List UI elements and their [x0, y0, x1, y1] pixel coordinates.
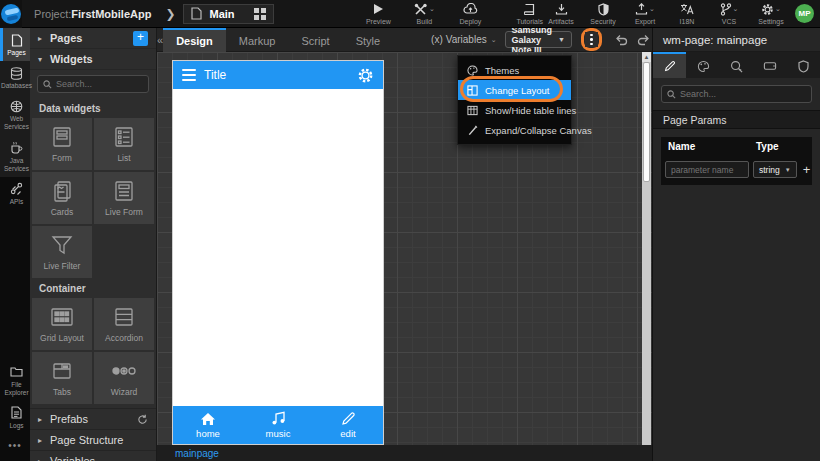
globe-icon — [10, 99, 23, 113]
grid-icon[interactable] — [254, 8, 266, 20]
deploy-button[interactable]: Deploy — [452, 2, 488, 25]
rail-item-databases[interactable]: Databases — [0, 61, 30, 94]
widget-tile-list[interactable]: List — [94, 118, 154, 170]
pencil-icon — [664, 60, 676, 72]
api-icon — [10, 182, 23, 196]
wavemaker-logo[interactable] — [0, 0, 22, 28]
music-icon — [271, 411, 286, 426]
palette-icon — [697, 60, 710, 73]
more-menu-button[interactable] — [585, 32, 598, 47]
tab-events[interactable] — [720, 52, 753, 78]
redo-icon[interactable] — [637, 34, 651, 46]
widget-tile-cards[interactable]: Cards — [32, 172, 92, 224]
add-page-button[interactable]: + — [133, 31, 148, 46]
rail-item-web-services[interactable]: Web Services — [0, 94, 30, 135]
tabbar-item-home[interactable]: home — [173, 406, 243, 444]
scroll-up-icon[interactable]: ▲ — [642, 52, 651, 62]
rail-item-logs[interactable]: Logs — [0, 401, 30, 434]
menu-item-table-lines[interactable]: Show/Hide table lines — [458, 100, 571, 120]
menu-item-change-layout[interactable]: Change Layout — [458, 80, 571, 100]
build-button[interactable]: ⌄ Build — [406, 2, 442, 25]
settings-button[interactable]: ⌄ Settings — [753, 2, 789, 25]
user-avatar[interactable]: MP — [795, 4, 814, 23]
rail-item-file-explorer[interactable]: File Explorer — [0, 360, 30, 401]
undo-icon[interactable] — [614, 34, 628, 46]
widget-tile-wizard[interactable]: Wizard — [94, 352, 154, 404]
widget-tile-accordion[interactable]: Accordion — [94, 298, 154, 350]
widgets-section-header[interactable]: ▾ Widgets — [30, 49, 156, 70]
tabbar-item-edit[interactable]: edit — [313, 406, 383, 444]
widget-tile-form[interactable]: Form — [32, 118, 92, 170]
param-type-select[interactable]: string ▼ — [753, 161, 797, 178]
page-icon — [191, 7, 202, 20]
cards-icon — [50, 179, 74, 203]
more-options-icon[interactable]: ••• — [0, 434, 30, 457]
security-button[interactable]: Security — [585, 2, 621, 25]
wizard-icon — [109, 359, 139, 383]
section-page-structure[interactable]: ▸ Page Structure — [30, 430, 156, 451]
page-selector[interactable]: Main — [183, 4, 274, 24]
chevron-down-icon: ⌄ — [429, 5, 435, 13]
add-param-button[interactable]: + — [803, 162, 811, 177]
phone-content[interactable] — [173, 89, 383, 406]
collapse-arrow-icon: ▸ — [38, 415, 50, 424]
tab-properties[interactable] — [653, 52, 686, 78]
phone-header[interactable]: Title — [173, 61, 383, 89]
widget-tile-live-form[interactable]: Live Form — [94, 172, 154, 224]
scrollbar-thumb[interactable] — [643, 62, 650, 182]
gear-icon: ⌄ — [761, 2, 781, 16]
i18n-button[interactable]: I18N — [669, 2, 705, 25]
section-variables[interactable]: ▸ Variables — [30, 451, 156, 461]
rail-item-java-services[interactable]: Java Services — [0, 136, 30, 177]
tabbar-item-music[interactable]: music — [243, 406, 313, 444]
vcs-button[interactable]: ⌄ VCS — [711, 2, 747, 25]
menu-item-themes[interactable]: Themes — [458, 60, 571, 80]
refresh-icon[interactable] — [137, 414, 148, 425]
tab-styles[interactable] — [686, 52, 719, 78]
rail-item-pages[interactable]: Pages — [0, 28, 30, 61]
rail-item-apis[interactable]: APIs — [0, 177, 30, 210]
list-icon — [112, 125, 136, 149]
tabs-icon — [50, 359, 74, 383]
widget-tile-grid-layout[interactable]: Grid Layout — [32, 298, 92, 350]
accordion-icon — [112, 305, 136, 329]
tab-markup[interactable]: Markup — [226, 28, 289, 52]
play-icon — [373, 2, 384, 16]
cloud-upload-icon — [463, 2, 478, 16]
group-title-data-widgets: Data widgets — [30, 98, 156, 118]
search-x-icon — [730, 60, 743, 73]
page-tab-mainpage[interactable]: mainpage — [175, 448, 219, 459]
variables-dropdown[interactable]: (x) Variables ⌄ — [431, 34, 497, 45]
widget-tile-live-filter[interactable]: Live Filter — [32, 226, 92, 278]
tab-security[interactable] — [787, 52, 820, 78]
widget-tile-tabs[interactable]: Tabs — [32, 352, 92, 404]
tutorials-button[interactable]: Tutorials — [516, 2, 543, 25]
design-canvas[interactable]: Title home music edit — [157, 52, 652, 445]
table-lines-icon — [467, 105, 478, 116]
tab-device[interactable] — [753, 52, 786, 78]
section-prefabs[interactable]: ▸ Prefabs — [30, 409, 156, 430]
gear-icon[interactable] — [357, 67, 374, 84]
artifacts-button[interactable]: Artifacts — [543, 2, 579, 25]
page-params-row: string ▼ + — [661, 156, 812, 185]
device-selector[interactable]: Samsung Galaxy Note III ▼ — [505, 31, 572, 48]
menu-item-expand-canvas[interactable]: Expand/Collapse Canvas — [458, 120, 571, 140]
rail-bottom: File Explorer Logs ••• — [0, 360, 30, 457]
tab-script[interactable]: Script — [289, 28, 343, 52]
selected-widget-title: wm-page: mainpage — [653, 28, 820, 52]
properties-search-input[interactable] — [680, 89, 800, 99]
param-name-input[interactable] — [665, 161, 749, 178]
tab-design[interactable]: Design — [163, 28, 226, 52]
phone-preview[interactable]: Title home music edit — [172, 60, 384, 445]
canvas-scrollbar[interactable]: ▲ — [642, 52, 651, 445]
widget-search-input[interactable] — [56, 79, 141, 89]
pages-section-header[interactable]: ▸ Pages + — [30, 28, 156, 49]
shield-outline-icon — [798, 60, 809, 73]
preview-button[interactable]: Preview — [360, 2, 396, 25]
container-widgets-grid: Grid Layout Accordion Tabs Wizard — [30, 298, 156, 404]
data-widgets-grid: Form List Cards Live Form Live Filter — [30, 118, 156, 278]
export-button[interactable]: ⌄ Export — [627, 2, 663, 25]
hamburger-menu-icon[interactable] — [182, 69, 196, 82]
live-form-icon — [112, 179, 136, 203]
tab-style[interactable]: Style — [343, 28, 393, 52]
